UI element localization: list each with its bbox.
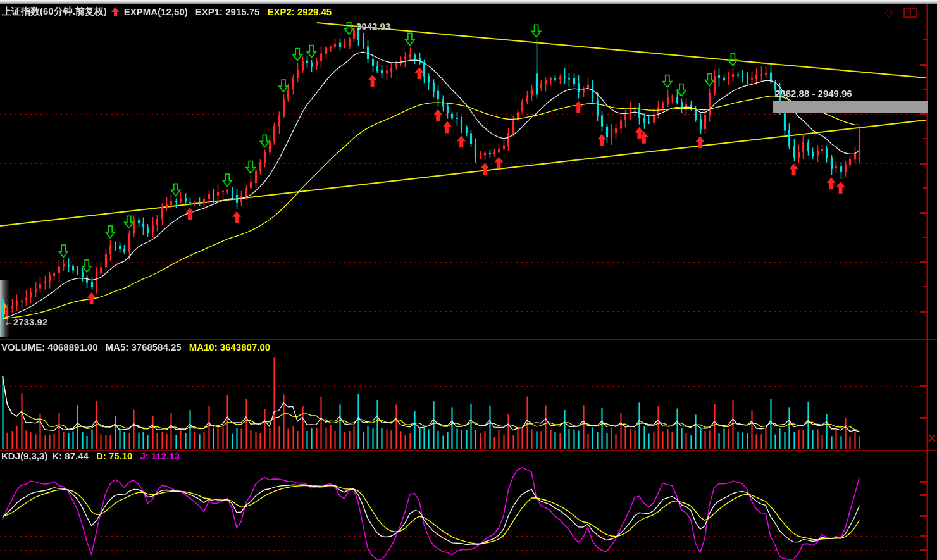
exp1-value: EXP1: 2915.75	[195, 6, 260, 17]
gap-zone-bar	[773, 101, 928, 113]
volume-value: VOLUME: 4068891.00	[1, 342, 98, 352]
gap-range-label: 2962.88 - 2949.96	[775, 88, 852, 99]
kdj-d-value: D: 75.10	[96, 451, 133, 461]
kdj-name[interactable]: KDJ(9,3,3)	[1, 451, 47, 461]
kdj-j-value: J: 112.13	[140, 451, 180, 461]
window-top-strip	[0, 0, 937, 4]
kdj-header: KDJ(9,3,3) K: 87.44 D: 75.10 J: 112.13	[1, 451, 180, 461]
chart-canvas[interactable]	[0, 0, 937, 560]
volume-ma5-value: MA5: 3768584.25	[106, 342, 182, 352]
split-window-icon[interactable]	[903, 8, 917, 18]
peak-price-label: 3042.93	[356, 21, 390, 32]
trading-app-window: 上证指数(60分钟.前复权) EXPMA(12,50) EXP1: 2915.7…	[0, 0, 937, 560]
symbol-title: 上证指数(60分钟.前复权)	[2, 6, 107, 18]
volume-header: VOLUME: 4068891.00 MA5: 3768584.25 MA10:…	[1, 342, 270, 352]
signal-up-arrow-icon	[111, 7, 120, 16]
diamond-icon[interactable]: ◇	[884, 5, 893, 18]
chart-title-bar: 上证指数(60分钟.前复权) EXPMA(12,50) EXP1: 2915.7…	[2, 6, 332, 18]
indicator-name[interactable]: EXPMA(12,50)	[124, 6, 188, 17]
volume-ma10-value: MA10: 3643807.00	[189, 342, 270, 352]
low-price-label: ←2733.92	[4, 316, 47, 328]
kdj-k-value: K: 87.44	[52, 451, 89, 461]
exp2-value: EXP2: 2929.45	[267, 6, 332, 17]
